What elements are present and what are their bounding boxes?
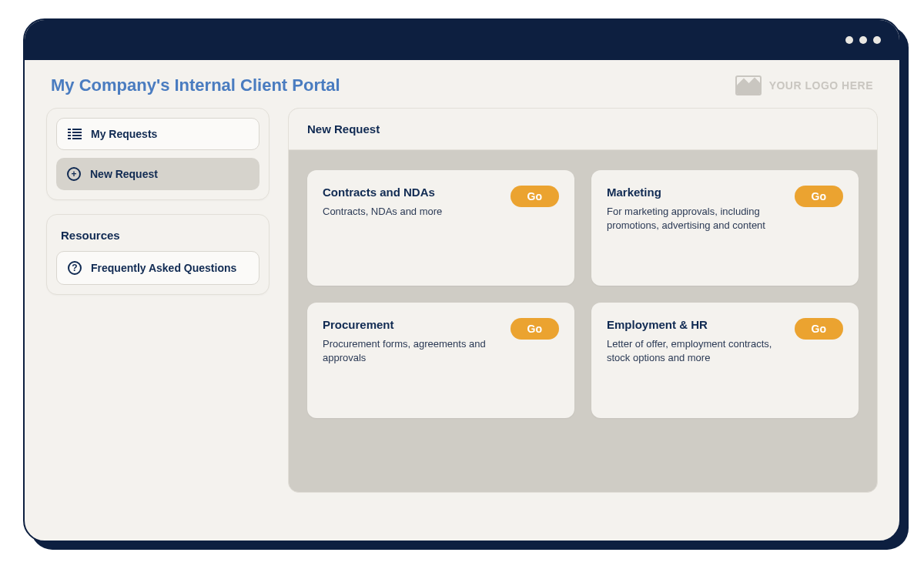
- panel-heading: New Request: [289, 109, 877, 150]
- go-button[interactable]: Go: [511, 186, 559, 207]
- card-title: Employment & HR: [607, 318, 784, 331]
- request-card-employment-hr: Employment & HR Letter of offer, employm…: [591, 303, 859, 418]
- window-titlebar: [25, 20, 899, 60]
- go-button[interactable]: Go: [795, 186, 843, 207]
- main-area: New Request Contracts and NDAs Contracts…: [288, 108, 878, 522]
- sidebar-nav-panel: My Requests + New Request: [46, 108, 270, 200]
- app-window: My Company's Internal Client Portal YOUR…: [23, 18, 901, 542]
- request-card-procurement: Procurement Procurement forms, agreement…: [307, 303, 574, 418]
- request-type-grid: Contracts and NDAs Contracts, NDAs and m…: [289, 150, 877, 492]
- window-dot[interactable]: [859, 36, 867, 44]
- portal-title: My Company's Internal Client Portal: [51, 75, 340, 95]
- content-area: My Requests + New Request Resources ? Fr…: [25, 103, 899, 541]
- resource-item-label: Frequently Asked Questions: [91, 262, 236, 274]
- new-request-panel: New Request Contracts and NDAs Contracts…: [288, 108, 878, 493]
- card-description: Contracts, NDAs and more: [323, 205, 500, 219]
- request-card-contracts: Contracts and NDAs Contracts, NDAs and m…: [307, 170, 574, 286]
- card-title: Marketing: [607, 186, 784, 199]
- image-placeholder-icon: [735, 75, 762, 95]
- sidebar-item-my-requests[interactable]: My Requests: [56, 118, 259, 150]
- list-icon: [68, 129, 82, 139]
- window-dot[interactable]: [845, 36, 853, 44]
- card-description: Procurement forms, agreements and approv…: [323, 337, 500, 364]
- sidebar: My Requests + New Request Resources ? Fr…: [46, 108, 270, 522]
- logo-placeholder-text: YOUR LOGO HERE: [769, 79, 873, 92]
- page-header: My Company's Internal Client Portal YOUR…: [25, 60, 899, 103]
- window-dot[interactable]: [873, 36, 881, 44]
- go-button[interactable]: Go: [511, 318, 559, 340]
- question-circle-icon: ?: [68, 261, 82, 275]
- card-description: For marketing approvals, including promo…: [607, 205, 784, 232]
- card-title: Contracts and NDAs: [323, 186, 500, 199]
- sidebar-item-label: My Requests: [91, 128, 157, 140]
- card-title: Procurement: [323, 318, 500, 331]
- plus-circle-icon: +: [67, 167, 81, 181]
- request-card-marketing: Marketing For marketing approvals, inclu…: [591, 170, 859, 286]
- window-controls[interactable]: [845, 36, 881, 44]
- resources-heading: Resources: [56, 224, 259, 251]
- card-description: Letter of offer, employment contracts, s…: [607, 337, 784, 364]
- go-button[interactable]: Go: [795, 318, 843, 340]
- logo-placeholder: YOUR LOGO HERE: [735, 75, 873, 95]
- resource-item-faq[interactable]: ? Frequently Asked Questions: [56, 251, 259, 285]
- sidebar-resources-panel: Resources ? Frequently Asked Questions: [46, 214, 270, 295]
- sidebar-item-label: New Request: [90, 168, 158, 180]
- sidebar-item-new-request[interactable]: + New Request: [56, 158, 259, 190]
